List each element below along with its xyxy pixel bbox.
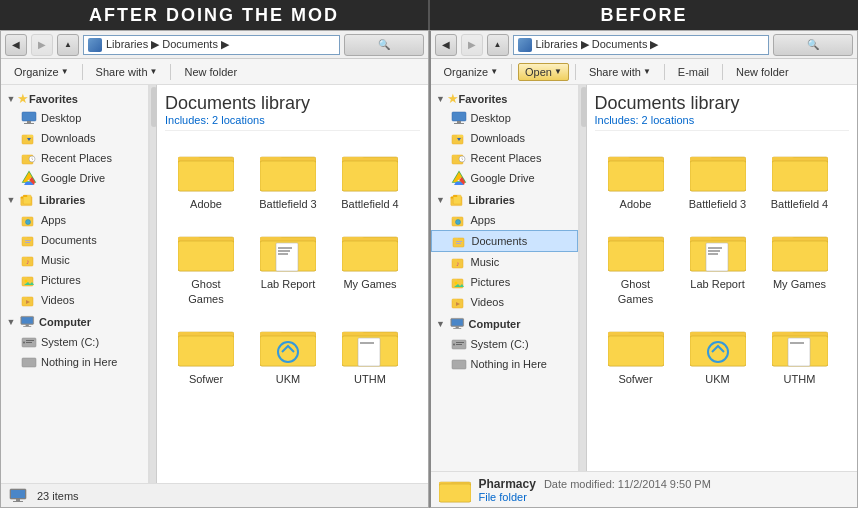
right-open-arrow: ▼	[554, 67, 562, 76]
right-libraries-header[interactable]: ▼ Libraries	[431, 190, 578, 210]
recent-places-label: Recent Places	[41, 152, 112, 164]
libraries-arrow: ▼	[5, 194, 17, 206]
right-sidebar-item-nothing[interactable]: Nothing in Here	[431, 354, 578, 374]
left-favorites-header[interactable]: ▼ ★ Favorites	[1, 89, 148, 108]
left-new-folder-button[interactable]: New folder	[177, 63, 244, 81]
right-file-bf4[interactable]: Battlefield 4	[763, 143, 837, 215]
downloads-label: Downloads	[41, 132, 95, 144]
right-organize-button[interactable]: Organize ▼	[437, 63, 506, 81]
right-sidebar-item-desktop[interactable]: Desktop	[431, 108, 578, 128]
right-computer-header[interactable]: ▼ Computer	[431, 314, 578, 334]
right-sidebar-item-gdrive[interactable]: Google Drive	[431, 168, 578, 188]
left-file-lab[interactable]: Lab Report	[251, 223, 325, 310]
left-file-bf3[interactable]: Battlefield 3	[251, 143, 325, 215]
right-sidebar-item-music[interactable]: ♪ Music	[431, 252, 578, 272]
right-email-button[interactable]: E-mail	[671, 63, 716, 81]
svg-point-22	[26, 220, 31, 225]
svg-rect-44	[26, 342, 32, 343]
left-file-ukm[interactable]: UKM	[251, 318, 325, 390]
left-file-uthm[interactable]: UTHM	[333, 318, 407, 390]
right-address-path[interactable]: Libraries ▶ Documents ▶	[513, 35, 770, 55]
left-sidebar-scrollbar[interactable]	[149, 85, 157, 483]
right-share-arrow: ▼	[643, 67, 651, 76]
favorites-star-icon: ★	[17, 91, 29, 106]
info-date-modified: Date modified: 11/2/2014 9:50 PM	[544, 478, 711, 490]
right-file-mygames[interactable]: My Games	[763, 223, 837, 310]
right-sidebar-item-documents[interactable]: Documents	[431, 230, 578, 252]
left-file-mygames[interactable]: My Games	[333, 223, 407, 310]
left-share-button[interactable]: Share with ▼	[89, 63, 165, 81]
right-search-button[interactable]: 🔍	[773, 34, 853, 56]
r-recent-icon	[451, 150, 467, 166]
left-file-adobe[interactable]: Adobe	[169, 143, 243, 215]
r-apps-icon	[451, 212, 467, 228]
path-icon	[88, 38, 102, 52]
right-path-icon	[518, 38, 532, 52]
right-open-button[interactable]: Open ▼	[518, 63, 569, 81]
right-file-sofwer[interactable]: Sofwer	[599, 318, 673, 390]
left-sidebar-item-videos[interactable]: Videos	[1, 290, 148, 310]
left-sidebar-item-downloads[interactable]: Downloads	[1, 128, 148, 148]
right-file-bf3[interactable]: Battlefield 3	[681, 143, 755, 215]
right-file-ghost[interactable]: Ghost Games	[599, 223, 673, 310]
svg-rect-146	[708, 247, 722, 249]
left-sidebar-item-apps[interactable]: Apps	[1, 210, 148, 230]
right-file-uthm[interactable]: UTHM	[763, 318, 837, 390]
right-new-folder-button[interactable]: New folder	[729, 63, 796, 81]
pictures-icon	[21, 272, 37, 288]
left-banner-title: AFTER DOING THE MOD	[0, 5, 428, 26]
right-sidebar-item-videos[interactable]: Videos	[431, 292, 578, 312]
documents-label: Documents	[41, 234, 97, 246]
right-sidebar-item-downloads[interactable]: Downloads	[431, 128, 578, 148]
right-sidebar-scrollbar[interactable]	[579, 85, 587, 471]
left-forward-button[interactable]: ▶	[31, 34, 53, 56]
left-file-ghost[interactable]: Ghost Games	[169, 223, 243, 310]
nothing-label: Nothing in Here	[41, 356, 117, 368]
left-back-button[interactable]: ◀	[5, 34, 27, 56]
right-sidebar-item-systemc[interactable]: System (C:)	[431, 334, 578, 354]
right-sidebar-item-apps[interactable]: Apps	[431, 210, 578, 230]
left-computer-header[interactable]: ▼ Computer	[1, 312, 148, 332]
left-up-button[interactable]: ▲	[57, 34, 79, 56]
left-scrollbar-thumb[interactable]	[151, 87, 157, 127]
right-back-button[interactable]: ◀	[435, 34, 457, 56]
left-sidebar-item-pictures[interactable]: Pictures	[1, 270, 148, 290]
right-up-button[interactable]: ▲	[487, 34, 509, 56]
left-files-area: Documents library Includes: 2 locations …	[157, 85, 428, 483]
right-scrollbar-thumb[interactable]	[581, 87, 587, 127]
right-sidebar-item-recent[interactable]: Recent Places	[431, 148, 578, 168]
left-address-path[interactable]: Libraries ▶ Documents ▶	[83, 35, 340, 55]
left-sidebar-item-recent[interactable]: Recent Places	[1, 148, 148, 168]
svg-rect-135	[690, 161, 746, 191]
r-bf4-label: Battlefield 4	[771, 197, 828, 211]
left-sidebar-item-nothing[interactable]: Nothing in Here	[1, 352, 148, 372]
r-music-icon: ♪	[451, 254, 467, 270]
r-bf4-folder-icon	[772, 147, 828, 195]
left-search-button[interactable]: 🔍	[344, 34, 424, 56]
svg-rect-35	[22, 297, 27, 299]
right-file-ukm[interactable]: UKM	[681, 318, 755, 390]
adobe-folder-icon	[178, 147, 234, 195]
left-libraries-header[interactable]: ▼ Libraries	[1, 190, 148, 210]
right-favorites-header[interactable]: ▼ ★ Favorites	[431, 89, 578, 108]
left-sidebar-item-gdrive[interactable]: Google Drive	[1, 168, 148, 188]
right-forward-button[interactable]: ▶	[461, 34, 483, 56]
left-sidebar-item-desktop[interactable]: Desktop	[1, 108, 148, 128]
left-sidebar-item-systemc[interactable]: System (C:)	[1, 332, 148, 352]
libraries-label: Libraries	[39, 194, 144, 206]
left-organize-button[interactable]: Organize ▼	[7, 63, 76, 81]
left-sidebar-item-documents[interactable]: Documents	[1, 230, 148, 250]
left-sidebar-item-music[interactable]: ♪ Music	[1, 250, 148, 270]
right-file-lab[interactable]: Lab Report	[681, 223, 755, 310]
right-share-button[interactable]: Share with ▼	[582, 63, 658, 81]
right-sidebar-item-pictures[interactable]: Pictures	[431, 272, 578, 292]
r-desktop-label: Desktop	[471, 112, 511, 124]
left-file-sofwer[interactable]: Sofwer	[169, 318, 243, 390]
r-videos-label: Videos	[471, 296, 504, 308]
right-files-grid: Adobe Battlefield 3 Battlefield 4 Ghost …	[595, 139, 850, 394]
right-library-subtitle: Includes: 2 locations	[595, 114, 850, 126]
svg-rect-109	[456, 241, 462, 242]
left-favorites-section: ▼ ★ Favorites Desktop Downloads Rec	[1, 89, 148, 188]
right-file-adobe[interactable]: Adobe	[599, 143, 673, 215]
left-file-bf4[interactable]: Battlefield 4	[333, 143, 407, 215]
